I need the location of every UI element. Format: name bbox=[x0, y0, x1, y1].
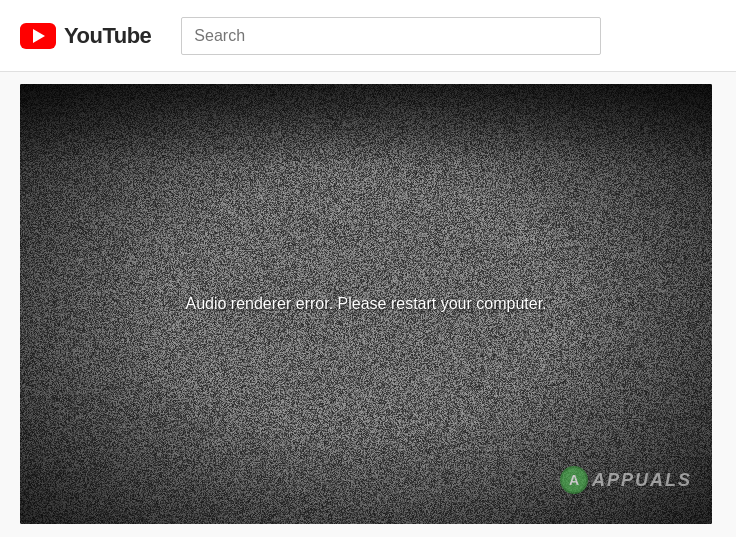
watermark-icon: A bbox=[560, 466, 588, 494]
search-input[interactable] bbox=[181, 17, 601, 55]
logo-text: YouTube bbox=[64, 23, 151, 49]
watermark-text: APPUALS bbox=[592, 470, 692, 491]
youtube-icon bbox=[20, 23, 56, 49]
video-player: Audio renderer error. Please restart you… bbox=[20, 84, 712, 524]
noise-background: Audio renderer error. Please restart you… bbox=[20, 84, 712, 524]
watermark: A APPUALS bbox=[560, 466, 692, 494]
error-message: Audio renderer error. Please restart you… bbox=[185, 295, 546, 313]
header: YouTube bbox=[0, 0, 736, 72]
logo-area[interactable]: YouTube bbox=[20, 23, 151, 49]
